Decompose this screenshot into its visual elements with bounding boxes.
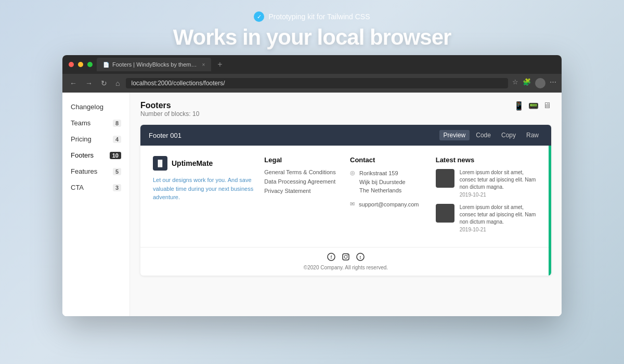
legal-title: Legal bbox=[264, 156, 342, 164]
copyright-text: ©2020 Company. All rights reserved. bbox=[304, 265, 388, 270]
nav-forward-btn[interactable]: → bbox=[83, 78, 95, 88]
news-title: Latest news bbox=[436, 156, 539, 164]
news-thumbnail-0 bbox=[436, 169, 454, 188]
svg-rect-2 bbox=[343, 254, 349, 260]
facebook-icon[interactable]: f bbox=[327, 253, 335, 263]
news-content-0: Lorem ipsum dolor sit amet, consec tetur… bbox=[460, 169, 539, 198]
sidebar-item-label: Changelog bbox=[71, 103, 103, 111]
company-logo: ▐▌ UptimeMate bbox=[153, 156, 256, 171]
browser-window: 📄 Footers | WindyBlocks by them… × + ← →… bbox=[62, 55, 562, 316]
copy-btn[interactable]: Copy bbox=[497, 130, 520, 140]
sidebar-item-label: Footers bbox=[71, 151, 94, 159]
sidebar-count-teams: 8 bbox=[113, 120, 121, 127]
footer-bottom: f t ©2020 Company. All rights reserved. bbox=[140, 247, 551, 276]
content-title-group: Footers Number of blocks: 10 bbox=[140, 101, 199, 118]
footer-company-col: ▐▌ UptimeMate Let our designs work for y… bbox=[153, 156, 256, 239]
social-icons: f t bbox=[327, 253, 365, 263]
sidebar-item-changelog[interactable]: Changelog bbox=[62, 99, 129, 115]
preview-btn[interactable]: Preview bbox=[439, 130, 470, 140]
sidebar-item-label: CTA bbox=[71, 184, 84, 191]
address-bar[interactable]: localhost:2000/collections/footers/ bbox=[126, 78, 508, 88]
footer-preview: ▐▌ UptimeMate Let our designs work for y… bbox=[140, 146, 551, 276]
email-icon: ✉ bbox=[350, 201, 355, 207]
block-actions: Preview Code Copy Raw bbox=[439, 130, 543, 140]
new-tab-btn[interactable]: + bbox=[217, 60, 222, 69]
browser-chrome: 📄 Footers | WindyBlocks by them… × + bbox=[62, 55, 562, 74]
sidebar-item-footers[interactable]: Footers 10 bbox=[62, 147, 129, 163]
footer-contact-col: Contact ◎ Rorikstraat 159 Wijk bij Duurs… bbox=[350, 156, 427, 239]
nav-refresh-btn[interactable]: ↻ bbox=[99, 78, 109, 88]
tablet-view-icon[interactable]: 📟 bbox=[528, 101, 539, 111]
svg-point-3 bbox=[344, 255, 347, 258]
page-title: Footers bbox=[140, 101, 199, 110]
logo-glyph: ▐▌ bbox=[155, 160, 164, 167]
news-item-0: Lorem ipsum dolor sit amet, consec tetur… bbox=[436, 169, 539, 198]
sidebar-item-pricing[interactable]: Pricing 4 bbox=[62, 131, 129, 147]
nav-home-btn[interactable]: ⌂ bbox=[113, 78, 122, 88]
svg-text:f: f bbox=[331, 255, 332, 260]
desktop-view-icon[interactable]: 🖥 bbox=[543, 101, 551, 111]
app-body: Changelog Teams 8 Pricing 4 Footers 10 F… bbox=[62, 93, 562, 316]
news-item-1: Lorem ipsum dolor sit amet, consec tetur… bbox=[436, 204, 539, 232]
contact-address: ◎ Rorikstraat 159 Wijk bij Duurstede The… bbox=[350, 169, 427, 195]
block-card: Footer 001 Preview Code Copy Raw bbox=[140, 125, 551, 276]
view-toggles: 📱 📟 🖥 bbox=[514, 101, 551, 111]
contact-address-text: Rorikstraat 159 Wijk bij Duurstede The N… bbox=[359, 169, 406, 195]
legal-link-1[interactable]: Data Processing Agreement bbox=[264, 178, 342, 185]
footer-main-grid: ▐▌ UptimeMate Let our designs work for y… bbox=[140, 146, 551, 247]
tab-close-btn[interactable]: × bbox=[202, 62, 205, 68]
contact-email: ✉ support@company.com bbox=[350, 200, 427, 209]
company-name: UptimeMate bbox=[172, 159, 213, 167]
sidebar-count-features: 5 bbox=[113, 168, 121, 175]
block-count: Number of blocks: 10 bbox=[140, 110, 199, 118]
code-btn[interactable]: Code bbox=[472, 130, 495, 140]
check-icon: ✓ bbox=[254, 11, 264, 22]
block-header: Footer 001 Preview Code Copy Raw bbox=[140, 125, 551, 146]
sidebar-item-cta[interactable]: CTA 3 bbox=[62, 179, 129, 196]
content-header: Footers Number of blocks: 10 📱 📟 🖥 bbox=[140, 101, 551, 118]
footer-preview-wrapper: ▐▌ UptimeMate Let our designs work for y… bbox=[140, 146, 551, 276]
browser-close-btn[interactable] bbox=[69, 62, 74, 67]
footer-legal-col: Legal General Terms & Conditions Data Pr… bbox=[264, 156, 342, 239]
nav-extensions-icon[interactable]: 🧩 bbox=[523, 78, 531, 88]
company-logo-icon: ▐▌ bbox=[153, 156, 167, 171]
nav-avatar[interactable] bbox=[535, 78, 545, 88]
svg-text:t: t bbox=[360, 255, 361, 260]
sidebar-item-label: Pricing bbox=[71, 135, 92, 143]
nav-star-icon[interactable]: ☆ bbox=[512, 78, 518, 88]
sidebar-item-features[interactable]: Features 5 bbox=[62, 163, 129, 179]
contact-email-text: support@company.com bbox=[359, 200, 419, 209]
news-thumbnail-1 bbox=[436, 204, 454, 223]
browser-maximize-btn[interactable] bbox=[87, 62, 93, 67]
company-description: Let our designs work for you. And save v… bbox=[153, 176, 256, 202]
nav-menu-btn[interactable]: ⋯ bbox=[550, 78, 556, 88]
instagram-icon[interactable] bbox=[342, 253, 350, 263]
banner: ✓ Prototyping kit for Tailwind CSS Works… bbox=[173, 0, 451, 50]
twitter-icon[interactable]: t bbox=[356, 253, 365, 263]
svg-point-4 bbox=[347, 255, 348, 256]
banner-title: Works in your local browser bbox=[173, 25, 451, 50]
address-icon: ◎ bbox=[350, 170, 355, 176]
news-content-1: Lorem ipsum dolor sit amet, consec tetur… bbox=[460, 204, 539, 232]
legal-link-2[interactable]: Privacy Statement bbox=[264, 188, 342, 194]
nav-icons: ☆ 🧩 ⋯ bbox=[512, 78, 556, 88]
browser-tab[interactable]: 📄 Footers | WindyBlocks by them… × bbox=[97, 58, 211, 71]
contact-title: Contact bbox=[350, 156, 427, 164]
banner-subtitle: ✓ Prototyping kit for Tailwind CSS bbox=[254, 11, 370, 22]
sidebar-item-label: Teams bbox=[71, 119, 90, 127]
block-title: Footer 001 bbox=[149, 132, 181, 139]
main-content: Footers Number of blocks: 10 📱 📟 🖥 Foote… bbox=[130, 93, 562, 316]
sidebar-count-pricing: 4 bbox=[113, 136, 121, 143]
sidebar-item-teams[interactable]: Teams 8 bbox=[62, 115, 129, 131]
sidebar: Changelog Teams 8 Pricing 4 Footers 10 F… bbox=[62, 93, 130, 316]
browser-nav: ← → ↻ ⌂ localhost:2000/collections/foote… bbox=[62, 74, 562, 93]
nav-back-btn[interactable]: ← bbox=[68, 78, 79, 88]
address-text: localhost:2000/collections/footers/ bbox=[131, 80, 225, 87]
sidebar-item-label: Features bbox=[71, 167, 97, 175]
browser-minimize-btn[interactable] bbox=[78, 62, 83, 67]
green-accent-bar bbox=[549, 146, 551, 276]
mobile-view-icon[interactable]: 📱 bbox=[514, 101, 524, 111]
footer-news-col: Latest news Lorem ipsum dolor sit amet, … bbox=[436, 156, 539, 239]
raw-btn[interactable]: Raw bbox=[522, 130, 543, 140]
legal-link-0[interactable]: General Terms & Conditions bbox=[264, 169, 342, 175]
